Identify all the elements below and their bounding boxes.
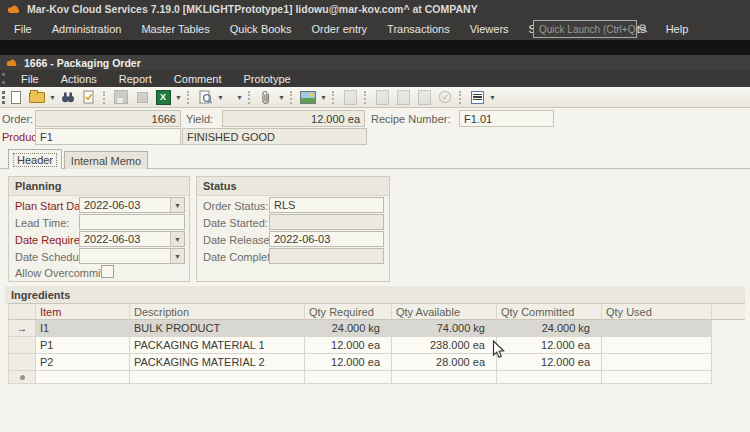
- date-completed-field: [269, 248, 384, 264]
- cell-qty-required[interactable]: 12.000 ea: [305, 354, 392, 371]
- export-dropdown-arrow-icon[interactable]: ▼: [174, 88, 183, 106]
- open-folder-icon: [29, 92, 45, 103]
- cell-qty-available[interactable]: 28.000 ea: [392, 354, 497, 371]
- save-icon: [114, 90, 128, 104]
- plan-start-date-combo[interactable]: 2022-06-03 ▼: [79, 197, 185, 213]
- open-order-button[interactable]: [27, 88, 47, 106]
- planning-group: Planning Plan Start Date: 2022-06-03 ▼ L…: [8, 176, 190, 282]
- cell-description[interactable]: PACKAGING MATERIAL 1: [130, 337, 305, 354]
- cell-item[interactable]: P1: [36, 337, 130, 354]
- status-group: Status Order Status: RLS Date Started: D…: [196, 176, 390, 282]
- cell-description[interactable]: PACKAGING MATERIAL 2: [130, 354, 305, 371]
- cell-qty-available[interactable]: 74.000 kg: [392, 320, 497, 337]
- column-header-qty-available[interactable]: Qty Available: [392, 303, 497, 320]
- flip-page-icon: [418, 90, 431, 105]
- attachments-dropdown-arrow-icon[interactable]: ▼: [277, 88, 286, 106]
- winmenu-prototype[interactable]: Prototype: [233, 73, 302, 85]
- cell-qty-available-empty[interactable]: [392, 371, 497, 384]
- recipe-number-field[interactable]: F1.01: [459, 110, 554, 127]
- new-row[interactable]: [8, 371, 745, 384]
- column-header-item[interactable]: Item: [36, 303, 130, 320]
- winmenu-report[interactable]: Report: [108, 73, 163, 85]
- cell-qty-committed[interactable]: 24.000 kg: [497, 320, 602, 337]
- date-required-value: 2022-06-03: [80, 233, 140, 245]
- row-selector-header[interactable]: [8, 303, 36, 320]
- search-icon: [639, 23, 648, 35]
- cell-qty-required-empty[interactable]: [305, 371, 392, 384]
- product-field[interactable]: F1: [35, 128, 181, 145]
- chevron-down-icon[interactable]: ▼: [170, 232, 184, 246]
- winmenu-comment[interactable]: Comment: [163, 73, 233, 85]
- excel-icon: X: [156, 90, 171, 105]
- product-description-field: FINISHED GOOD: [182, 128, 367, 145]
- open-dropdown-arrow-icon[interactable]: ▼: [48, 88, 57, 106]
- find-button[interactable]: [58, 88, 78, 106]
- menu-administration[interactable]: Administration: [42, 18, 132, 40]
- current-row-indicator: →: [8, 320, 36, 337]
- cell-qty-used[interactable]: [602, 354, 712, 371]
- column-header-qty-used[interactable]: Qty Used: [602, 303, 712, 320]
- cell-item-empty[interactable]: [36, 371, 130, 384]
- date-required-combo[interactable]: 2022-06-03 ▼: [79, 231, 185, 247]
- chevron-down-icon[interactable]: ▼: [170, 249, 184, 263]
- new-order-button[interactable]: [6, 88, 26, 106]
- toolbar-separator: [248, 91, 252, 104]
- menu-help[interactable]: Help: [656, 18, 699, 40]
- column-header-filler: [712, 303, 745, 320]
- table-row[interactable]: P2 PACKAGING MATERIAL 2 12.000 ea 28.000…: [8, 354, 745, 371]
- row-selector[interactable]: [8, 337, 36, 354]
- table-row[interactable]: → I1 BULK PRODUCT 24.000 kg 74.000 kg 24…: [8, 320, 745, 337]
- quick-launch-input[interactable]: Quick Launch (Ctrl+Q): [533, 20, 637, 38]
- column-header-qty-required[interactable]: Qty Required: [305, 303, 392, 320]
- new-document-icon: [11, 91, 21, 104]
- product-description-value: FINISHED GOOD: [187, 131, 275, 143]
- chevron-down-icon[interactable]: ▼: [170, 198, 184, 212]
- menubar-grip: [2, 73, 8, 84]
- order-field[interactable]: 1666: [35, 110, 181, 127]
- menu-file[interactable]: File: [4, 18, 42, 40]
- toolbar-separator: [364, 91, 368, 104]
- menu-quick-books[interactable]: Quick Books: [220, 18, 302, 40]
- print-preview-button[interactable]: [195, 88, 215, 106]
- numeric-pad-button[interactable]: [467, 88, 487, 106]
- winmenu-file[interactable]: File: [10, 73, 50, 85]
- tab-internal-memo[interactable]: Internal Memo: [64, 151, 148, 169]
- verify-button[interactable]: [79, 88, 99, 106]
- yield-field[interactable]: 12.000 ea: [222, 110, 365, 127]
- app-window: Mar-Kov Cloud Services 7.19.0 [MKLIGHTPr…: [0, 0, 750, 432]
- menu-master-tables[interactable]: Master Tables: [131, 18, 219, 40]
- cell-qty-committed[interactable]: 12.000 ea: [497, 337, 602, 354]
- cell-qty-available[interactable]: 238.000 ea: [392, 337, 497, 354]
- cell-description[interactable]: BULK PRODUCT: [130, 320, 305, 337]
- cell-description-empty[interactable]: [130, 371, 305, 384]
- cell-qty-used[interactable]: [602, 337, 712, 354]
- cell-qty-committed-empty[interactable]: [497, 371, 602, 384]
- menu-viewers[interactable]: Viewers: [460, 18, 519, 40]
- toolbar-separator: [187, 91, 191, 104]
- menu-transactions[interactable]: Transactions: [377, 18, 460, 40]
- cell-item[interactable]: I1: [36, 320, 130, 337]
- column-header-description[interactable]: Description: [130, 303, 305, 320]
- export-excel-button[interactable]: X: [153, 88, 173, 106]
- cell-qty-used[interactable]: [602, 320, 712, 337]
- tab-header[interactable]: Header: [8, 149, 62, 169]
- print-options-arrow-icon[interactable]: ▼: [235, 88, 244, 106]
- print-dropdown-arrow-icon[interactable]: ▼: [216, 88, 225, 106]
- row-selector[interactable]: [8, 354, 36, 371]
- cell-item[interactable]: P2: [36, 354, 130, 371]
- numpad-dropdown-arrow-icon[interactable]: ▼: [488, 88, 497, 106]
- attachments-button[interactable]: [256, 88, 276, 106]
- insert-image-button[interactable]: [298, 88, 318, 106]
- cell-qty-required[interactable]: 24.000 kg: [305, 320, 392, 337]
- cell-qty-committed[interactable]: 12.000 ea: [497, 354, 602, 371]
- cell-qty-required[interactable]: 12.000 ea: [305, 337, 392, 354]
- lead-time-field[interactable]: [79, 214, 185, 230]
- image-dropdown-arrow-icon[interactable]: ▼: [319, 88, 328, 106]
- cell-qty-used-empty[interactable]: [602, 371, 712, 384]
- column-header-qty-committed[interactable]: Qty Committed: [497, 303, 602, 320]
- winmenu-actions[interactable]: Actions: [50, 73, 108, 85]
- allow-overcommit-checkbox[interactable]: [101, 265, 114, 278]
- table-row[interactable]: P1 PACKAGING MATERIAL 1 12.000 ea 238.00…: [8, 337, 745, 354]
- date-scheduled-combo[interactable]: ▼: [79, 248, 185, 264]
- menu-order-entry[interactable]: Order entry: [301, 18, 377, 40]
